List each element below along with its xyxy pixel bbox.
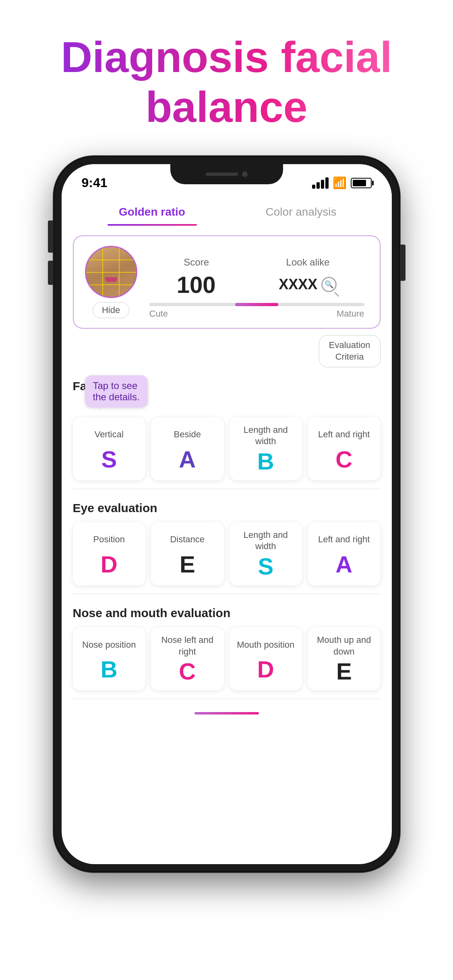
eye-evaluation-section: Eye evaluation Position D Distance E Len…	[62, 493, 392, 589]
eye-eval-card-distance[interactable]: Distance E	[151, 522, 224, 585]
look-alike-label: Look alike	[286, 257, 330, 268]
tab-golden-ratio[interactable]: Golden ratio	[78, 198, 227, 226]
eye-eval-label-position: Position	[93, 529, 125, 550]
score-card: Hide Score Look alike 100 XXXX 🔍	[73, 235, 381, 329]
face-eval-card-beside[interactable]: Beside A	[151, 417, 224, 480]
eye-eval-grade-distance: E	[180, 553, 195, 576]
eye-eval-grade-lw: S	[258, 555, 273, 578]
search-icon[interactable]: 🔍	[321, 277, 337, 292]
power-button	[400, 245, 405, 281]
home-bar	[194, 712, 259, 714]
wifi-icon: 📶	[333, 176, 347, 189]
face-evaluation-section: Face eva... Tap to seethe details. Verti…	[62, 371, 392, 484]
mouth-eval-card-ud[interactable]: Mouth up and down E	[308, 627, 381, 690]
eye-eval-card-lr[interactable]: Left and right A	[308, 522, 381, 585]
score-value: 100	[177, 271, 216, 298]
face-eval-label-lr: Left and right	[318, 424, 370, 445]
mouth-eval-grade-ud: E	[336, 660, 352, 683]
face-eval-grade-lw: B	[257, 450, 274, 473]
home-indicator	[62, 703, 392, 727]
nose-eval-grade-position: B	[101, 658, 118, 681]
face-eval-grade-vertical: S	[101, 448, 117, 471]
eye-eval-label-lr: Left and right	[318, 529, 370, 550]
face-eval-card-length-width[interactable]: Length and width B	[230, 417, 302, 480]
mouth-eval-card-position[interactable]: Mouth position D	[230, 627, 302, 690]
face-eval-label-lw: Length and width	[235, 424, 297, 447]
eye-eval-card-lw[interactable]: Length and width S	[230, 522, 302, 585]
eye-eval-grade-position: D	[101, 553, 118, 576]
mouth-feature	[105, 277, 117, 282]
tab-color-analysis[interactable]: Color analysis	[227, 198, 376, 226]
score-slider: Cute Mature	[149, 301, 364, 308]
nose-eval-card-lr[interactable]: Nose left and right C	[151, 627, 224, 690]
camera	[242, 171, 248, 177]
nose-mouth-eval-title: Nose and mouth evaluation	[73, 606, 381, 620]
eye-eval-label-distance: Distance	[170, 529, 205, 550]
phone-screen: 9:41 📶 Golden ratio Color analysi	[62, 164, 392, 864]
divider-1	[73, 488, 381, 489]
score-label: Score	[184, 257, 209, 268]
silent-switch	[48, 220, 54, 237]
nose-eval-card-position[interactable]: Nose position B	[73, 627, 146, 690]
battery-icon	[351, 178, 372, 188]
look-alike-value: XXXX 🔍	[279, 276, 337, 293]
face-eval-grade-beside: A	[179, 448, 196, 471]
slider-cute-label: Cute	[149, 309, 168, 319]
mouth-eval-label-ud: Mouth up and down	[313, 634, 375, 657]
score-info: Score Look alike 100 XXXX 🔍	[145, 257, 368, 308]
status-time: 9:41	[82, 175, 108, 190]
eye-eval-grade-lr: A	[335, 553, 352, 576]
face-eval-grade-lr: C	[335, 448, 352, 471]
face-eval-label-vertical: Vertical	[95, 424, 124, 445]
divider-3	[73, 698, 381, 699]
nose-mouth-eval-grid: Nose position B Nose left and right C Mo…	[73, 627, 381, 690]
face-eval-card-vertical[interactable]: Vertical S	[73, 417, 146, 480]
nose-eval-label-lr: Nose left and right	[157, 634, 218, 657]
nose-eval-grade-lr: C	[179, 660, 196, 683]
divider-2	[73, 593, 381, 594]
tab-bar: Golden ratio Color analysis	[62, 194, 392, 226]
volume-down-button	[48, 261, 54, 285]
status-icons: 📶	[312, 176, 372, 189]
signal-icon	[312, 177, 329, 189]
slider-mature-label: Mature	[337, 309, 364, 319]
criteria-button-wrapper: EvaluationCriteria	[62, 335, 392, 371]
evaluation-criteria-button[interactable]: EvaluationCriteria	[319, 335, 381, 367]
mouth-eval-label-position: Mouth position	[237, 634, 294, 655]
avatar-section: Hide	[85, 246, 137, 318]
avatar	[85, 246, 137, 298]
speaker	[206, 173, 238, 176]
hide-button[interactable]: Hide	[93, 302, 129, 318]
tooltip-bubble: Tap to seethe details.	[85, 375, 148, 408]
title-section: Diagnosis facial balance	[0, 0, 453, 156]
mouth-eval-grade-position: D	[257, 658, 274, 681]
eye-eval-label-lw: Length and width	[235, 529, 297, 552]
app-title: Diagnosis facial balance	[24, 32, 429, 132]
eye-eval-grid: Position D Distance E Length and width S…	[73, 522, 381, 585]
nose-eval-label-position: Nose position	[82, 634, 136, 655]
phone-notch	[170, 164, 283, 184]
nose-mouth-evaluation-section: Nose and mouth evaluation Nose position …	[62, 598, 392, 694]
eye-eval-card-position[interactable]: Position D	[73, 522, 146, 585]
face-eval-grid: Vertical S Beside A Length and width B L…	[73, 417, 381, 480]
face-eval-label-beside: Beside	[174, 424, 201, 445]
eye-eval-title: Eye evaluation	[73, 501, 381, 515]
phone-mockup: 9:41 📶 Golden ratio Color analysi	[54, 156, 400, 872]
face-eval-card-leftright[interactable]: Left and right C	[308, 417, 381, 480]
